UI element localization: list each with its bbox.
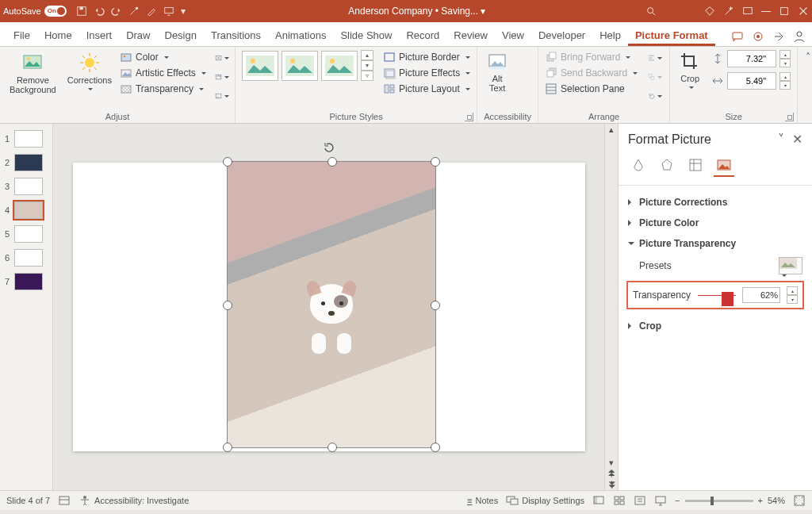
maximize-icon[interactable] — [779, 6, 790, 17]
selection-pane-button[interactable]: Selection Pane — [545, 82, 638, 96]
transparency-spinner[interactable]: ▴▾ — [787, 286, 798, 304]
picture-layout-button[interactable]: Picture Layout — [383, 82, 470, 96]
tab-slideshow[interactable]: Slide Show — [333, 25, 399, 46]
section-picture-color[interactable]: Picture Color — [628, 213, 802, 233]
resize-handle[interactable] — [223, 157, 232, 167]
gallery-scroll[interactable]: ▴▾▿ — [361, 50, 373, 81]
align-icon[interactable] — [647, 50, 663, 66]
close-icon[interactable] — [798, 6, 809, 17]
display-settings-button[interactable]: Display Settings — [506, 494, 584, 507]
document-title[interactable]: Anderson Company • Saving... ▾ — [189, 6, 645, 17]
fill-line-tab-icon[interactable] — [628, 155, 649, 177]
zoom-in-icon[interactable]: + — [758, 496, 763, 505]
resize-handle[interactable] — [431, 157, 440, 167]
scroll-up-icon[interactable]: ▴ — [605, 124, 618, 135]
record-icon[interactable] — [752, 30, 764, 43]
share-icon[interactable] — [772, 30, 785, 43]
corrections-button[interactable]: Corrections — [64, 50, 115, 93]
slideshow-view-icon[interactable] — [654, 494, 667, 507]
reading-view-icon[interactable] — [634, 494, 646, 507]
save-icon[interactable] — [76, 6, 87, 17]
artistic-effects-button[interactable]: Artistic Effects — [120, 66, 206, 80]
qat-icon-2[interactable] — [146, 6, 157, 17]
redo-icon[interactable] — [111, 6, 122, 17]
tab-file[interactable]: File — [6, 25, 37, 46]
zoom-out-icon[interactable]: − — [675, 496, 680, 505]
tab-view[interactable]: View — [495, 25, 531, 46]
tab-draw[interactable]: Draw — [119, 25, 157, 46]
transparency-slider[interactable] — [698, 290, 736, 301]
alt-text-button[interactable]: Alt Text — [484, 50, 511, 94]
send-backward-button[interactable]: Send Backward — [545, 66, 638, 80]
tab-home[interactable]: Home — [37, 25, 79, 46]
prev-slide-icon[interactable]: ⯭ — [605, 468, 618, 479]
tab-insert[interactable]: Insert — [79, 25, 120, 46]
collapse-ribbon-icon[interactable]: ˄ — [798, 47, 812, 123]
thumb-4[interactable]: 4 — [0, 198, 52, 222]
sorter-view-icon[interactable] — [613, 494, 626, 507]
autosave-toggle[interactable]: AutoSave On — [3, 6, 67, 17]
section-picture-transparency[interactable]: Picture Transparency — [628, 233, 802, 254]
compress-pictures-icon[interactable] — [214, 50, 230, 66]
zoom-slider[interactable] — [685, 500, 753, 502]
undo-icon[interactable] — [94, 6, 105, 17]
autosave-switch[interactable]: On — [44, 6, 67, 17]
selected-picture[interactable] — [227, 161, 436, 448]
tab-design[interactable]: Design — [158, 25, 204, 46]
next-slide-icon[interactable]: ⯯ — [605, 479, 618, 490]
reset-picture-icon[interactable] — [214, 88, 230, 104]
diamond-icon[interactable] — [704, 6, 715, 17]
present-icon[interactable] — [163, 6, 174, 17]
resize-handle[interactable] — [223, 443, 232, 452]
qat-icon-1[interactable] — [128, 6, 140, 17]
crop-button[interactable]: Crop — [676, 50, 703, 91]
wand-icon[interactable] — [723, 6, 734, 17]
resize-handle[interactable] — [431, 443, 440, 452]
thumb-5[interactable]: 5 — [0, 222, 52, 246]
pane-close-icon[interactable]: ✕ — [792, 132, 802, 147]
normal-view-icon[interactable] — [592, 494, 605, 507]
section-picture-corrections[interactable]: Picture Corrections — [628, 192, 802, 213]
language-icon[interactable] — [58, 494, 71, 507]
transparency-value[interactable]: 62% — [742, 287, 780, 303]
zoom-value[interactable]: 54% — [768, 496, 785, 505]
size-props-tab-icon[interactable] — [685, 155, 706, 177]
change-picture-icon[interactable] — [214, 69, 230, 85]
thumb-7[interactable]: 7 — [0, 270, 52, 293]
tab-help[interactable]: Help — [592, 25, 628, 46]
tab-review[interactable]: Review — [446, 25, 495, 46]
picture-effects-button[interactable]: Picture Effects — [383, 66, 470, 80]
minimize-icon[interactable]: — — [761, 6, 771, 17]
slide-thumbnails[interactable]: 1 2 3 4 5 6 7 — [0, 124, 53, 490]
picture-border-button[interactable]: Picture Border — [383, 50, 470, 64]
resize-handle[interactable] — [327, 157, 337, 167]
transparency-presets-button[interactable] — [779, 257, 802, 274]
rotate-handle-icon[interactable] — [322, 140, 336, 155]
picture-tab-icon[interactable] — [714, 155, 734, 177]
styles-dialog-launcher[interactable] — [465, 113, 473, 121]
notes-button[interactable]: ≡Notes — [467, 496, 498, 505]
resize-handle[interactable] — [431, 301, 440, 310]
style-gallery[interactable]: ▴▾▿ — [242, 50, 373, 81]
accessibility-status[interactable]: Accessibility: Investigate — [79, 494, 189, 507]
remove-background-button[interactable]: Remove Background — [6, 50, 59, 96]
thumb-2[interactable]: 2 — [0, 151, 52, 175]
width-input[interactable]: ▴▾ — [711, 72, 791, 90]
section-crop[interactable]: Crop — [628, 316, 802, 336]
tab-developer[interactable]: Developer — [531, 25, 592, 46]
scroll-down-icon[interactable]: ▾ — [605, 457, 618, 468]
comments-icon[interactable] — [731, 30, 744, 43]
style-preset[interactable] — [321, 51, 358, 81]
slide-canvas[interactable] — [53, 124, 604, 490]
window-mode-icon[interactable] — [742, 6, 753, 17]
transparency-button[interactable]: Transparency — [120, 82, 206, 96]
style-preset[interactable] — [282, 51, 318, 81]
thumb-6[interactable]: 6 — [0, 246, 52, 270]
bring-forward-button[interactable]: Bring Forward — [545, 50, 638, 64]
thumb-3[interactable]: 3 — [0, 175, 52, 198]
qat-overflow-icon[interactable]: ▾ — [181, 6, 189, 17]
vertical-scrollbar[interactable]: ▴ ▾ ⯭ ⯯ — [604, 124, 618, 490]
thumb-1[interactable]: 1 — [0, 127, 52, 151]
search-icon[interactable] — [645, 6, 657, 17]
resize-handle[interactable] — [327, 443, 337, 452]
